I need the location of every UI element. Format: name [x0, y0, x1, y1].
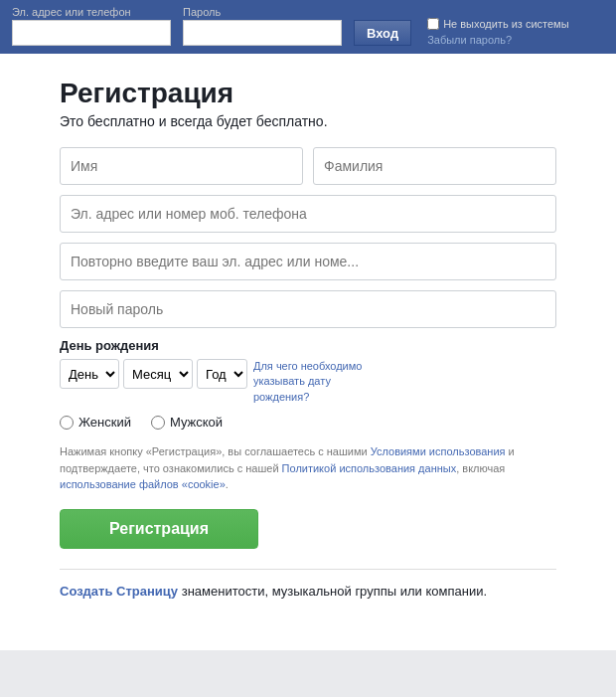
- main-content: Регистрация Это бесплатно и всегда будет…: [0, 54, 616, 650]
- password-field-header: Пароль: [183, 6, 342, 46]
- terms-link2[interactable]: Политикой использования данных: [282, 462, 457, 474]
- password-label-header: Пароль: [183, 6, 342, 18]
- create-page-text: знаменитости, музыкальной группы или ком…: [178, 584, 487, 599]
- email-repeat-input[interactable]: [60, 243, 556, 280]
- terms-end: .: [226, 478, 229, 490]
- gender-male-option[interactable]: Мужской: [151, 415, 223, 430]
- year-select[interactable]: Год: [197, 359, 247, 389]
- birthday-selects: День Месяц Год: [60, 359, 247, 389]
- gender-female-radio[interactable]: [60, 416, 74, 430]
- gender-male-radio[interactable]: [151, 416, 165, 430]
- terms-link3[interactable]: использование файлов «cookie»: [60, 478, 226, 490]
- first-name-input[interactable]: [60, 147, 303, 185]
- gender-row: Женский Мужской: [60, 415, 556, 430]
- remember-row: Не выходить из системы: [427, 18, 568, 30]
- forgot-password-link[interactable]: Забыли пароль?: [427, 34, 568, 46]
- enter-button[interactable]: Вход: [354, 20, 411, 46]
- day-select[interactable]: День: [60, 359, 119, 389]
- register-button[interactable]: Регистрация: [60, 509, 258, 549]
- terms-intro: Нажимая кнопку «Регистрация», вы соглаша…: [60, 445, 371, 457]
- header-links: Не выходить из системы Забыли пароль?: [427, 18, 568, 46]
- name-row: [60, 147, 556, 185]
- email-field-header: Эл. адрес или телефон: [12, 6, 171, 46]
- password-row: [60, 290, 556, 328]
- birthday-why-link[interactable]: Для чего необходимо указывать дату рожде…: [253, 359, 373, 405]
- birthday-label: День рождения: [60, 338, 556, 353]
- gender-female-option[interactable]: Женский: [60, 415, 131, 430]
- terms-text: Нажимая кнопку «Регистрация», вы соглаша…: [60, 443, 556, 493]
- divider: [60, 569, 556, 570]
- password-input[interactable]: [60, 290, 556, 328]
- last-name-input[interactable]: [313, 147, 556, 185]
- month-select[interactable]: Месяц: [123, 359, 193, 389]
- header: Эл. адрес или телефон Пароль Вход Не вых…: [0, 0, 616, 54]
- registration-subtitle: Это бесплатно и всегда будет бесплатно.: [60, 113, 556, 129]
- email-input[interactable]: [60, 195, 556, 233]
- create-page-link[interactable]: Создать Страницу: [60, 584, 178, 599]
- email-row: [60, 195, 556, 233]
- birthday-row: День Месяц Год Для чего необходимо указы…: [60, 359, 556, 405]
- password-input-header[interactable]: [183, 20, 342, 46]
- gender-female-label: Женский: [78, 415, 131, 430]
- remember-checkbox[interactable]: [427, 18, 439, 30]
- terms-link1[interactable]: Условиями использования: [371, 445, 506, 457]
- registration-title: Регистрация: [60, 78, 556, 109]
- terms-mid2: , включая: [456, 462, 505, 474]
- create-page-row: Создать Страницу знаменитости, музыкальн…: [60, 584, 556, 599]
- email-repeat-row: [60, 243, 556, 280]
- email-input-header[interactable]: [12, 20, 171, 46]
- remember-label: Не выходить из системы: [443, 18, 568, 30]
- gender-male-label: Мужской: [170, 415, 223, 430]
- email-label-header: Эл. адрес или телефон: [12, 6, 171, 18]
